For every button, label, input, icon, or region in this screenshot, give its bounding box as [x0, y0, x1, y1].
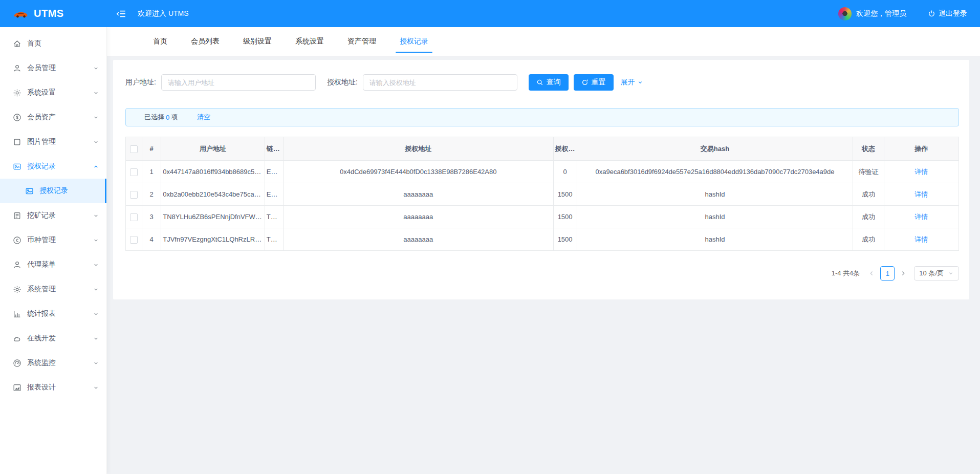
tab-level-settings[interactable]: 级别设置: [238, 27, 277, 56]
row-actions-cell: 详情: [884, 206, 959, 228]
sidebar-item-label: 币种管理: [27, 235, 56, 245]
chevron-down-icon: [93, 65, 99, 72]
list-icon: [13, 211, 21, 220]
col-auth-address: 授权地址: [283, 137, 553, 161]
row-auth-amount: 1500: [553, 206, 577, 228]
tab-label: 级别设置: [243, 37, 272, 46]
sidebar-item-system-monitor[interactable]: 系统监控: [0, 351, 106, 375]
user-menu[interactable]: 欢迎您，管理员: [838, 7, 906, 20]
row-checkbox[interactable]: [130, 168, 138, 176]
gear-icon: [13, 89, 21, 97]
sidebar-item-mining-records[interactable]: 挖矿记录: [0, 203, 106, 228]
row-status: 成功: [853, 206, 884, 228]
sidebar-item-statistics-reports[interactable]: 统计报表: [0, 301, 106, 326]
row-checkbox[interactable]: [130, 236, 138, 244]
sidebar-item-report-design[interactable]: 报表设计: [0, 375, 106, 400]
detail-link[interactable]: 详情: [914, 213, 928, 221]
tab-member-list[interactable]: 会员列表: [186, 27, 225, 56]
sidebar-item-member-assets[interactable]: 会员资产: [0, 105, 106, 130]
sidebar-item-auth-records[interactable]: 授权记录: [0, 154, 106, 179]
clear-selection-link[interactable]: 清空: [197, 113, 210, 122]
sidebar-item-home[interactable]: 首页: [0, 31, 106, 56]
sidebar-item-label: 图片管理: [27, 137, 56, 146]
sidebar-item-coin-management[interactable]: 币种管理: [0, 228, 106, 252]
sidebar-item-label: 会员资产: [27, 113, 56, 122]
detail-link[interactable]: 详情: [914, 168, 928, 176]
sidebar-item-label: 系统管理: [27, 285, 56, 294]
user-icon: [13, 261, 21, 269]
chevron-down-icon: [93, 212, 99, 219]
tab-asset-management[interactable]: 资产管理: [342, 27, 381, 56]
row-auth-address: aaaaaaaa: [283, 228, 553, 251]
row-checkbox-cell: [126, 183, 142, 206]
row-actions-cell: 详情: [884, 161, 959, 183]
tab-home[interactable]: 首页: [148, 27, 172, 56]
brand-name: UTMS: [34, 8, 64, 19]
sidebar-item-image-management[interactable]: 图片管理: [0, 130, 106, 154]
filter-bar: 用户地址: 授权地址: 查询 重置 展开: [125, 74, 959, 91]
row-user-address: 0xb2a00ebb210e543c4be75cad0c6b737ca71740…: [161, 183, 265, 206]
row-index: 3: [142, 206, 161, 228]
square-icon: [13, 138, 21, 146]
search-button[interactable]: 查询: [529, 74, 569, 91]
user-greeting: 欢迎您，管理员: [856, 9, 906, 18]
sidebar-item-system-management[interactable]: 系统管理: [0, 277, 106, 301]
pagination: 1-4 共4条 1 10 条/页: [125, 266, 959, 281]
brand-logo: UTMS: [0, 8, 107, 19]
page-number-button[interactable]: 1: [880, 266, 895, 281]
tab-label: 系统设置: [295, 37, 324, 46]
row-checkbox-cell: [126, 228, 142, 251]
gauge-icon: [13, 359, 21, 368]
pagination-total: 1-4 共4条: [832, 269, 860, 278]
search-button-label: 查询: [547, 78, 561, 87]
logout-label: 退出登录: [939, 9, 967, 18]
row-auth-amount: 0: [553, 161, 577, 183]
sidebar-item-online-dev[interactable]: 在线开发: [0, 326, 106, 351]
logout-button[interactable]: 退出登录: [928, 9, 967, 18]
col-auth-amount: 授权金额: [553, 137, 577, 161]
top-header: UTMS 欢迎进入 UTMS 欢迎您，管理员 退出登录: [0, 0, 980, 27]
user-icon: [13, 64, 21, 73]
user-address-input[interactable]: [161, 74, 316, 91]
row-auth-amount: 1500: [553, 183, 577, 206]
next-page-icon[interactable]: [900, 270, 907, 277]
chevron-down-icon: [93, 262, 99, 268]
main-content: 首页 会员列表 级别设置 系统设置 资产管理 授权记录 用户地址: 授权地址: …: [107, 27, 980, 474]
row-tx-hash: 0xa9eca6bf3016d9f6924de557e25a16d8804edd…: [577, 161, 853, 183]
row-status: 待验证: [853, 161, 884, 183]
reset-button-label: 重置: [592, 78, 606, 87]
row-checkbox[interactable]: [130, 213, 138, 221]
auth-address-input[interactable]: [363, 74, 517, 91]
row-index: 2: [142, 183, 161, 206]
avatar[interactable]: [838, 7, 852, 20]
row-chain-type: ERC20: [265, 183, 283, 206]
row-checkbox[interactable]: [130, 191, 138, 199]
detail-link[interactable]: 详情: [914, 190, 928, 198]
col-actions: 操作: [884, 137, 959, 161]
reset-button[interactable]: 重置: [574, 74, 614, 91]
sidebar-item-label: 授权记录: [27, 162, 56, 171]
search-icon: [536, 79, 543, 86]
expand-link[interactable]: 展开: [621, 78, 643, 87]
row-tx-hash: hashId: [577, 183, 853, 206]
sidebar-item-member-management[interactable]: 会员管理: [0, 56, 106, 80]
col-tx-hash: 交易hash: [577, 137, 853, 161]
select-all-checkbox[interactable]: [130, 145, 138, 153]
row-auth-address: aaaaaaaa: [283, 206, 553, 228]
sidebar-item-agent-menu[interactable]: 代理菜单: [0, 252, 106, 277]
menu-fold-icon[interactable]: [116, 9, 126, 18]
sidebar-item-label: 统计报表: [27, 309, 56, 318]
sidebar-item-system-settings[interactable]: 系统设置: [0, 80, 106, 105]
chevron-down-icon: [93, 139, 99, 145]
detail-link[interactable]: 详情: [914, 235, 928, 243]
page-size-select[interactable]: 10 条/页: [914, 266, 959, 281]
tab-auth-records[interactable]: 授权记录: [395, 27, 433, 56]
picture-icon: [25, 187, 34, 196]
tab-system-settings[interactable]: 系统设置: [290, 27, 329, 56]
auth-address-label: 授权地址:: [327, 78, 358, 87]
row-status: 成功: [853, 228, 884, 251]
header-checkbox-cell: [126, 137, 142, 161]
row-checkbox-cell: [126, 206, 142, 228]
sidebar-subitem-auth-records[interactable]: 授权记录: [0, 179, 106, 203]
prev-page-icon[interactable]: [868, 270, 875, 277]
